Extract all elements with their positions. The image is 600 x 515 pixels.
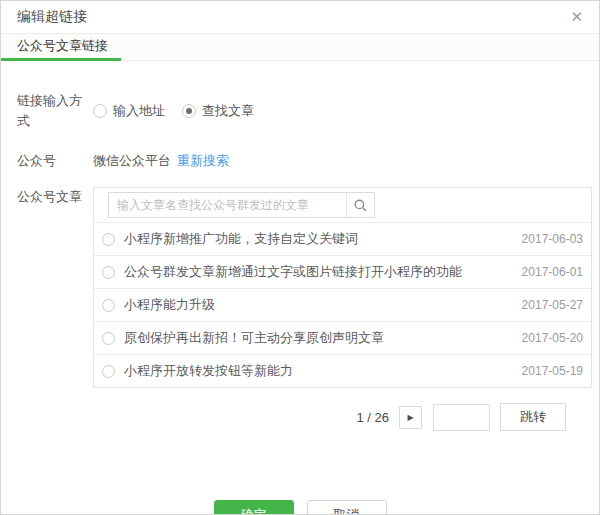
article-search-box — [108, 192, 375, 218]
pagination: 1 / 26 ▶ 跳转 — [17, 403, 566, 431]
link-method-label: 链接输入方式 — [17, 91, 93, 131]
research-link[interactable]: 重新搜索 — [177, 152, 229, 170]
article-date: 2017-05-19 — [522, 364, 583, 378]
dialog-title: 编辑超链接 — [17, 8, 87, 26]
radio-enter-address-icon[interactable] — [93, 104, 107, 118]
page-jump-button[interactable]: 跳转 — [500, 403, 566, 431]
article-radio[interactable] — [102, 332, 115, 345]
article-date: 2017-05-27 — [522, 298, 583, 312]
article-list-item[interactable]: 小程序新增推广功能，支持自定义关键词 2017-06-03 — [94, 222, 591, 255]
article-title: 小程序开放转发按钮等新能力 — [124, 362, 510, 380]
article-title: 小程序新增推广功能，支持自定义关键词 — [124, 230, 510, 248]
article-radio[interactable] — [102, 365, 115, 378]
article-title: 小程序能力升级 — [124, 296, 510, 314]
confirm-button[interactable]: 确定 — [214, 500, 294, 515]
article-list-item[interactable]: 小程序能力升级 2017-05-27 — [94, 288, 591, 321]
page-indicator: 1 / 26 — [356, 410, 389, 425]
article-list-item[interactable]: 小程序开放转发按钮等新能力 2017-05-19 — [94, 354, 591, 387]
dialog-header: 编辑超链接 ✕ — [1, 1, 599, 34]
tab-official-article-link[interactable]: 公众号文章链接 — [1, 34, 121, 61]
article-panel: 小程序新增推广功能，支持自定义关键词 2017-06-03 公众号群发文章新增通… — [93, 187, 592, 388]
link-method-row: 链接输入方式 输入地址 查找文章 — [17, 91, 583, 131]
search-icon — [354, 199, 367, 212]
close-icon[interactable]: ✕ — [570, 10, 583, 25]
article-radio[interactable] — [102, 299, 115, 312]
radio-find-article-label: 查找文章 — [202, 102, 254, 120]
article-title: 公众号群发文章新增通过文字或图片链接打开小程序的功能 — [124, 263, 510, 281]
next-page-icon: ▶ — [407, 413, 413, 422]
radio-find-article-icon[interactable] — [182, 104, 196, 118]
articles-label: 公众号文章 — [17, 187, 93, 207]
dialog-body: 链接输入方式 输入地址 查找文章 公众号 微信公众平台 重新搜索 公众号文章 — [1, 61, 599, 515]
article-search-row — [94, 188, 591, 222]
page-jump-input[interactable] — [433, 404, 490, 431]
account-label: 公众号 — [17, 151, 93, 171]
account-row: 公众号 微信公众平台 重新搜索 — [17, 151, 583, 171]
cancel-button[interactable]: 取消 — [307, 500, 387, 515]
account-value: 微信公众平台 — [93, 152, 171, 170]
article-title: 原创保护再出新招！可主动分享原创声明文章 — [124, 329, 510, 347]
article-radio[interactable] — [102, 266, 115, 279]
radio-enter-address-label: 输入地址 — [113, 102, 165, 120]
article-radio[interactable] — [102, 233, 115, 246]
article-date: 2017-06-03 — [522, 232, 583, 246]
next-page-button[interactable]: ▶ — [399, 406, 422, 429]
radio-option-find-article[interactable]: 查找文章 — [182, 102, 254, 120]
article-date: 2017-05-20 — [522, 331, 583, 345]
article-list-item[interactable]: 原创保护再出新招！可主动分享原创声明文章 2017-05-20 — [94, 321, 591, 354]
search-button[interactable] — [346, 193, 374, 217]
article-search-input[interactable] — [109, 193, 346, 217]
radio-option-enter-address[interactable]: 输入地址 — [93, 102, 165, 120]
dialog-footer: 确定 取消 — [17, 500, 583, 515]
tab-bar: 公众号文章链接 — [1, 34, 599, 61]
article-list-item[interactable]: 公众号群发文章新增通过文字或图片链接打开小程序的功能 2017-06-01 — [94, 255, 591, 288]
article-date: 2017-06-01 — [522, 265, 583, 279]
articles-row: 公众号文章 小程序新增推广功能，支持自定义关键词 2017-06-03 — [17, 187, 583, 388]
